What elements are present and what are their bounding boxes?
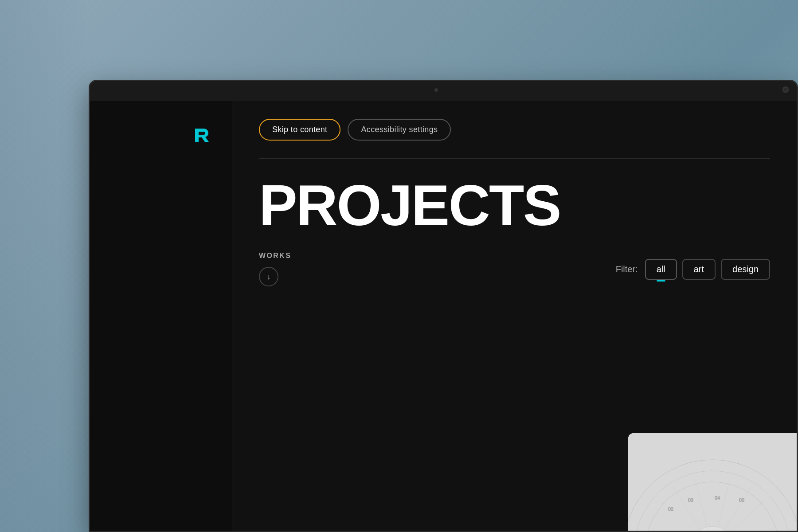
filter-all-button[interactable]: all: [645, 259, 677, 280]
skip-to-content-button[interactable]: Skip to content: [259, 119, 340, 141]
works-label: WORKS: [259, 252, 291, 260]
works-left: WORKS ↓: [259, 252, 291, 286]
camera-right-indicator: [782, 86, 789, 93]
scene: Skip to content Accessibility settings P…: [0, 0, 798, 532]
works-section: WORKS ↓ Filter: all art design: [232, 252, 797, 286]
background-overlay: [0, 0, 89, 532]
scroll-down-button[interactable]: ↓: [259, 267, 278, 286]
svg-text:03: 03: [688, 497, 693, 503]
screen: Skip to content Accessibility settings P…: [90, 101, 797, 531]
filter-design-button[interactable]: design: [721, 259, 770, 280]
top-bar: Skip to content Accessibility settings: [232, 101, 797, 154]
camera-left-indicator: [434, 88, 438, 92]
filter-section: Filter: all art design: [616, 259, 770, 280]
dial-visualization: 02 03 04 05: [628, 433, 797, 531]
sidebar: [90, 101, 232, 531]
section-divider: [259, 158, 770, 159]
chevron-down-icon: ↓: [267, 272, 271, 282]
filter-label: Filter:: [616, 264, 638, 274]
svg-text:02: 02: [668, 506, 673, 512]
svg-text:04: 04: [715, 495, 720, 501]
logo-icon: [190, 123, 214, 148]
svg-text:05: 05: [739, 497, 744, 503]
page-title: PROJECTS: [232, 176, 797, 234]
filter-art-button[interactable]: art: [682, 259, 716, 280]
preview-card: 02 03 04 05: [628, 433, 797, 531]
accessibility-settings-button[interactable]: Accessibility settings: [348, 119, 451, 141]
monitor-frame: Skip to content Accessibility settings P…: [89, 80, 798, 532]
main-content: Skip to content Accessibility settings P…: [232, 101, 797, 531]
